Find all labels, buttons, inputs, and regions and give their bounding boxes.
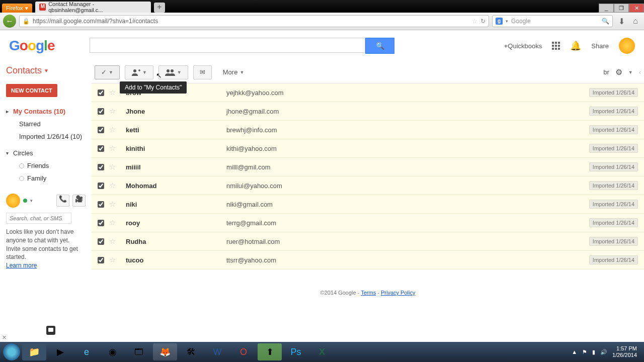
sidebar-item-circles[interactable]: ▾Circles — [6, 147, 86, 159]
new-contact-button[interactable]: NEW CONTACT — [6, 84, 57, 97]
contact-row[interactable]: ☆ niki niki@gmail.com Imported 1/26/14 — [92, 195, 644, 214]
url-bar[interactable]: 🔒 https://mail.google.com/mail/?shva=1#c… — [19, 15, 489, 27]
start-button[interactable] — [3, 343, 20, 360]
taskbar-app3[interactable]: ⬆ — [258, 343, 282, 360]
contact-row[interactable]: ☆ ketti brewhj@info.com Imported 1/26/14 — [92, 121, 644, 139]
taskbar-excel[interactable]: X — [310, 343, 334, 360]
settings-gear-icon[interactable]: ⚙ — [615, 67, 622, 77]
contact-row[interactable]: ☆ Rudha ruer@hotmail.com Imported 1/26/1… — [92, 232, 644, 251]
chat-phone-button[interactable]: 📞 — [56, 195, 69, 207]
search-placeholder: Google — [511, 18, 531, 25]
hangouts-tray-icon[interactable] — [46, 326, 55, 335]
notifications-bell-icon[interactable]: 🔔 — [570, 40, 581, 51]
contacts-toolbar: ✓▼ ▼ ▼ ✉ More▼ Add to "My Contacts" ↖ br… — [92, 61, 644, 83]
taskbar-opera[interactable]: O — [231, 343, 256, 360]
taskbar-app2[interactable]: 🛠 — [179, 343, 203, 360]
row-checkbox[interactable] — [98, 201, 104, 208]
taskbar-explorer[interactable]: 📁 — [22, 343, 46, 360]
bookmark-star-icon[interactable]: ☆ — [472, 18, 477, 25]
window-close-button[interactable]: ✕ — [629, 4, 644, 13]
tray-arrow-icon[interactable]: ▲ — [572, 349, 577, 355]
nav-prev-button[interactable]: ‹ — [639, 68, 641, 76]
privacy-link[interactable]: Privacy Policy — [381, 290, 415, 296]
taskbar-word[interactable]: W — [205, 343, 229, 360]
share-button[interactable]: Share — [591, 42, 609, 50]
contact-row[interactable]: ☆ rooy terrg@gmail.com Imported 1/26/14 — [92, 214, 644, 232]
browser-back-button[interactable]: ← — [3, 15, 16, 28]
sidebar-item-my-contacts[interactable]: ▸My Contacts (10) — [6, 105, 86, 118]
gmail-favicon-icon — [39, 4, 46, 11]
chat-search-input[interactable] — [6, 213, 71, 224]
account-avatar[interactable] — [619, 38, 635, 54]
sidebar-item-friends[interactable]: Friends — [6, 159, 86, 172]
window-minimize-button[interactable]: _ — [599, 4, 614, 13]
taskbar-media[interactable]: ▶ — [48, 343, 72, 360]
row-checkbox[interactable] — [98, 164, 104, 170]
groups-button[interactable]: ▼ — [158, 65, 188, 79]
star-icon[interactable]: ☆ — [109, 200, 116, 209]
star-icon[interactable]: ☆ — [109, 144, 116, 153]
star-icon[interactable]: ☆ — [109, 107, 116, 116]
row-checkbox[interactable] — [98, 89, 104, 96]
search-go-icon[interactable]: 🔍 — [602, 18, 609, 25]
sidebar-item-family[interactable]: Family — [6, 172, 86, 185]
apps-grid-icon[interactable] — [552, 42, 560, 50]
row-checkbox[interactable] — [98, 257, 104, 263]
new-tab-button[interactable]: + — [154, 3, 165, 13]
add-to-contacts-button[interactable]: ▼ — [125, 65, 153, 79]
star-icon[interactable]: ☆ — [109, 237, 116, 246]
taskbar-ie[interactable]: e — [74, 343, 99, 360]
taskbar-app1[interactable]: 🗔 — [127, 343, 151, 360]
google-logo[interactable]: Google — [9, 38, 54, 54]
browser-tab[interactable]: Contact Manager - qbsinhalen@gmail.c... — [35, 2, 151, 13]
star-icon[interactable]: ☆ — [109, 181, 116, 190]
firefox-menu-button[interactable]: Firefox▾ — [2, 4, 32, 13]
row-checkbox[interactable] — [98, 220, 104, 226]
star-icon[interactable]: ☆ — [109, 162, 116, 171]
plus-profile-link[interactable]: +Quickbooks — [504, 42, 542, 50]
row-checkbox[interactable] — [98, 183, 104, 189]
lock-icon: 🔒 — [23, 18, 30, 25]
taskbar-firefox[interactable]: 🦊 — [153, 343, 177, 360]
email-button[interactable]: ✉ — [193, 65, 212, 79]
select-all-button[interactable]: ✓▼ — [95, 65, 120, 79]
system-clock[interactable]: 1:57 PM 1/26/2014 — [612, 345, 637, 358]
terms-link[interactable]: Terms — [361, 290, 376, 296]
tray-network-icon[interactable]: ▮ — [592, 349, 595, 355]
sidebar-item-imported[interactable]: Imported 1/26/14 (10) — [6, 130, 86, 143]
browser-search-bar[interactable]: g ▾ Google 🔍 — [492, 15, 613, 27]
chat-video-button[interactable]: 🎥 — [72, 195, 86, 207]
row-checkbox[interactable] — [98, 127, 104, 133]
contact-row[interactable]: ☆ miiiil milll@gmil.com Imported 1/26/14 — [92, 158, 644, 176]
url-text: https://mail.google.com/mail/?shva=1#con… — [33, 18, 158, 25]
star-icon[interactable]: ☆ — [109, 255, 116, 264]
contact-row[interactable]: ☆ tucoo ttsrr@yahoo.com Imported 1/26/14 — [92, 251, 644, 269]
star-icon[interactable]: ☆ — [109, 125, 116, 134]
downloads-button[interactable]: ⬇ — [616, 17, 627, 26]
contact-name: niki — [126, 201, 226, 208]
tray-volume-icon[interactable]: 🔊 — [600, 349, 607, 355]
home-button[interactable]: ⌂ — [630, 17, 641, 26]
learn-more-link[interactable]: Learn more — [6, 262, 37, 269]
gmail-search-button[interactable]: 🔍 — [365, 38, 394, 54]
import-badge: Imported 1/26/14 — [589, 125, 638, 134]
tray-close-icon[interactable]: ✕ — [2, 334, 7, 341]
row-checkbox[interactable] — [98, 238, 104, 245]
window-maximize-button[interactable]: ❐ — [614, 4, 629, 13]
star-icon[interactable]: ☆ — [109, 88, 116, 97]
contacts-dropdown[interactable]: Contacts▼ — [6, 65, 86, 76]
gmail-search-input[interactable] — [90, 38, 365, 53]
contact-row[interactable]: ☆ kinithi kithi@yahoo.com Imported 1/26/… — [92, 139, 644, 158]
star-icon[interactable]: ☆ — [109, 218, 116, 227]
row-checkbox[interactable] — [98, 145, 104, 152]
more-dropdown[interactable]: More▼ — [217, 65, 251, 79]
contact-row[interactable]: ☆ Jhone jhone@gmail.com Imported 1/26/14 — [92, 102, 644, 121]
taskbar-chrome[interactable]: ◉ — [101, 343, 125, 360]
row-checkbox[interactable] — [98, 108, 104, 115]
sidebar-item-starred[interactable]: Starred — [6, 118, 86, 130]
taskbar-photoshop[interactable]: Ps — [284, 343, 308, 360]
contact-row[interactable]: ☆ Mohomad nmiiui@yahoo.com Imported 1/26… — [92, 176, 644, 195]
tray-flag-icon[interactable]: ⚑ — [582, 349, 587, 355]
reload-icon[interactable]: ↻ — [480, 18, 486, 25]
chat-self-avatar[interactable] — [6, 194, 20, 208]
